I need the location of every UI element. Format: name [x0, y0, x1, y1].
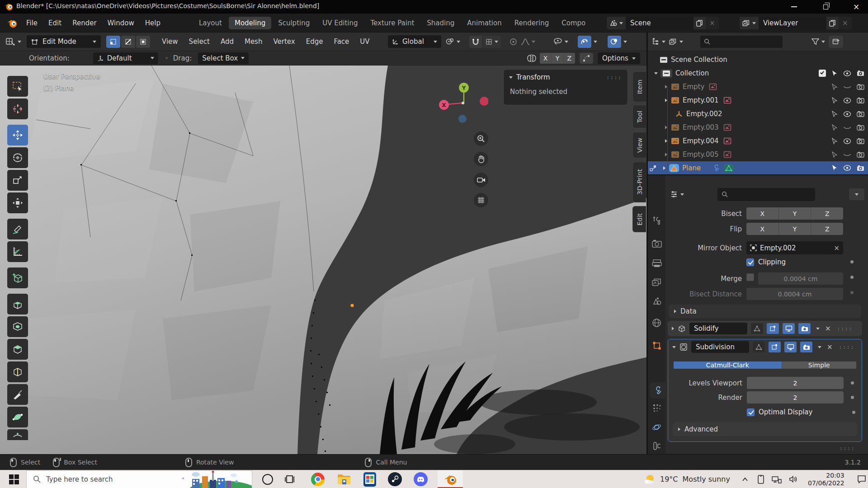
proportional-edit-button[interactable] — [507, 38, 519, 46]
camera-restrict-icon[interactable] — [857, 138, 864, 144]
properties-options-button[interactable] — [849, 188, 864, 200]
face-select-button[interactable] — [136, 36, 150, 48]
flip-z[interactable]: Z — [811, 223, 843, 235]
next-modifier-drag-handle[interactable]: :::: — [840, 446, 855, 451]
taskbar-clock[interactable]: 20:03 07/06/2022 — [808, 472, 844, 487]
chrome-button[interactable] — [311, 473, 325, 486]
tool-transform[interactable] — [7, 192, 28, 213]
select-arrow-icon[interactable] — [831, 97, 838, 104]
select-arrow-icon[interactable] — [831, 138, 838, 145]
tab-animation[interactable]: Animation — [461, 17, 507, 29]
snap-toggle-button[interactable] — [469, 36, 482, 48]
levels-animate-dot[interactable] — [851, 381, 854, 385]
orientation-dropdown[interactable]: Global — [388, 35, 441, 48]
eye-open-icon[interactable] — [843, 138, 851, 144]
tab-particles-icon[interactable] — [652, 404, 661, 413]
outliner-row-scene-collection[interactable]: Scene Collection — [648, 53, 868, 66]
tab-output-icon[interactable] — [652, 259, 662, 267]
render-levels-field[interactable]: 2 — [747, 391, 844, 404]
mirror-z-button[interactable]: Z — [564, 53, 575, 64]
menu-face[interactable]: Face — [328, 38, 354, 46]
snap-base-button[interactable] — [580, 53, 593, 64]
tab-texture-paint[interactable]: Texture Paint — [364, 17, 420, 29]
select-arrow-icon[interactable] — [831, 151, 838, 158]
ms-store-button[interactable] — [363, 472, 376, 487]
properties-search[interactable] — [717, 188, 815, 201]
optimal-display-checkbox[interactable] — [747, 408, 755, 416]
ortho-toggle-button[interactable] — [474, 193, 488, 207]
merge-animate-dot[interactable] — [850, 276, 854, 279]
solidify-delete-button[interactable]: × — [825, 324, 831, 333]
tool-measure[interactable] — [7, 241, 28, 262]
tab-physics-icon[interactable] — [652, 422, 661, 432]
menu-render[interactable]: Render — [67, 19, 102, 27]
tab-compositing[interactable]: Compo — [556, 17, 591, 29]
snap-target-dropdown[interactable] — [483, 36, 501, 48]
tab-render-icon[interactable] — [652, 239, 662, 248]
flip-y[interactable]: Y — [779, 223, 811, 235]
collection-checkbox[interactable] — [819, 70, 826, 77]
bisect-distance-dot[interactable] — [850, 291, 854, 294]
tool-extrude[interactable] — [7, 294, 28, 314]
advanced-subpanel-header[interactable]: Advanced — [673, 422, 857, 436]
tab-sculpting[interactable]: Sculpting — [272, 17, 316, 29]
eye-closed-icon[interactable] — [843, 84, 851, 90]
mirror-object-clear[interactable]: × — [834, 244, 840, 252]
tab-modeling[interactable]: Modeling — [229, 17, 271, 29]
tool-inset[interactable] — [7, 316, 28, 337]
your-phone-icon[interactable] — [757, 475, 764, 484]
panel-drag-handle[interactable]: :::: — [607, 75, 623, 80]
scene-unlink-button[interactable]: × — [706, 17, 719, 29]
tool-scale[interactable] — [7, 170, 28, 191]
action-center-icon[interactable] — [857, 475, 866, 483]
npanel-tab-3d-print[interactable]: 3D-Print — [632, 162, 646, 202]
tool-rotate[interactable] — [7, 147, 28, 168]
subdivision-extras-caret[interactable] — [818, 346, 821, 348]
viewlayer-browse-button[interactable] — [740, 17, 759, 29]
tool-annotate[interactable] — [7, 219, 28, 239]
outliner-filter-mode[interactable] — [669, 38, 683, 45]
viewlayer-name-field[interactable]: ViewLayer — [759, 17, 826, 29]
pivot-dropdown[interactable] — [446, 38, 460, 46]
options-dropdown[interactable]: Options — [598, 52, 640, 64]
expand-caret[interactable] — [663, 166, 665, 170]
outliner-row-plane[interactable]: Plane — [648, 161, 868, 174]
minimize-button[interactable] — [782, 0, 806, 14]
editor-type-button[interactable] — [5, 37, 21, 46]
tab-layout[interactable]: Layout — [193, 17, 228, 29]
tab-world-icon[interactable] — [652, 318, 661, 328]
menu-view[interactable]: View — [156, 38, 184, 46]
viewlayer-copy-button[interactable] — [826, 17, 839, 29]
outliner-filter-button[interactable] — [811, 38, 825, 45]
select-arrow-icon[interactable] — [831, 111, 838, 117]
cortana-button[interactable] — [262, 474, 273, 485]
outliner-row-empty-002[interactable]: Empty.002 — [648, 107, 868, 121]
levels-viewport-field[interactable]: 2 — [747, 377, 844, 389]
solidify-extras-caret[interactable] — [816, 328, 820, 330]
orientation-select[interactable]: Default — [93, 52, 158, 64]
scene-browse-button[interactable] — [607, 17, 626, 29]
data-subpanel-header[interactable]: Data — [669, 305, 861, 318]
npanel-tab-view[interactable]: View — [632, 132, 646, 158]
render-animate-dot[interactable] — [851, 396, 854, 399]
outliner-row-collection[interactable]: Collection — [648, 66, 868, 80]
network-icon[interactable] — [772, 475, 782, 483]
transform-collapse-caret[interactable] — [509, 76, 513, 79]
menu-select[interactable]: Select — [184, 38, 215, 46]
camera-restrict-icon[interactable] — [857, 97, 864, 103]
camera-restrict-icon[interactable] — [857, 165, 864, 171]
tool-spin[interactable] — [7, 429, 28, 440]
solidify-render-toggle[interactable] — [798, 323, 811, 334]
outliner-row-empty-005[interactable]: Empty.005 — [648, 148, 868, 161]
expand-caret[interactable] — [654, 72, 658, 75]
solidify-realtime-toggle[interactable] — [783, 323, 795, 334]
menu-edge[interactable]: Edge — [301, 38, 329, 46]
tab-uv-editing[interactable]: UV Editing — [316, 17, 363, 29]
new-collection-button[interactable] — [829, 36, 843, 48]
menu-help[interactable]: Help — [140, 19, 166, 27]
tool-knife[interactable] — [7, 384, 28, 405]
task-view-button[interactable] — [285, 474, 296, 484]
outliner-row-empty[interactable]: Empty — [648, 80, 868, 94]
mirror-x-button[interactable]: X — [540, 53, 552, 64]
scene-copy-button[interactable] — [693, 17, 706, 29]
